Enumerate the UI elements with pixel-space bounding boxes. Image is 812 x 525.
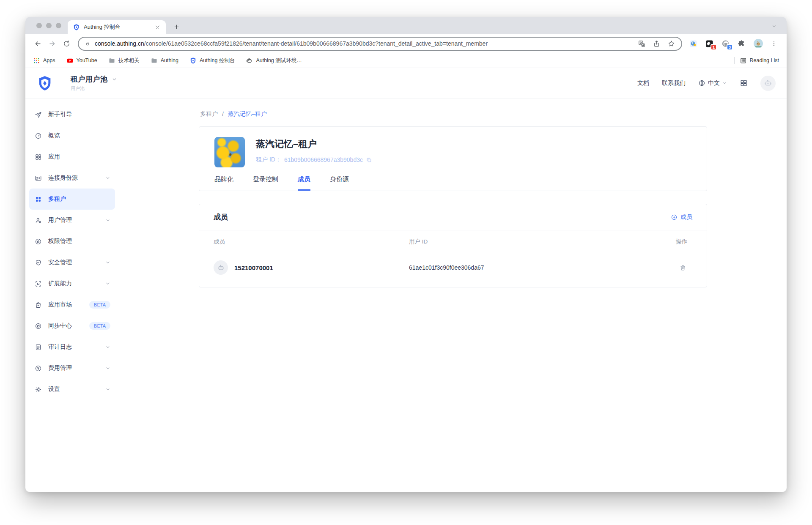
chevron-down-icon <box>722 81 727 85</box>
browser-tab[interactable]: Authing 控制台 <box>68 20 166 34</box>
copy-icon[interactable] <box>366 157 372 163</box>
delete-member-icon[interactable] <box>679 264 686 271</box>
sidebar-item-4[interactable]: 多租户 <box>29 189 115 210</box>
column-member: 成员 <box>214 238 409 246</box>
browser-window: Authing 控制台 console.authing.cn/console/6… <box>25 17 787 492</box>
forward-button[interactable] <box>45 36 59 51</box>
expand-icon <box>35 280 42 287</box>
new-tab-button[interactable] <box>171 21 182 32</box>
language-selector[interactable]: 中文 <box>698 79 727 87</box>
sidebar-item-10[interactable]: 同步中心BETA <box>29 315 115 336</box>
sidebar-item-11[interactable]: 审计日志 <box>29 336 115 358</box>
user-avatar[interactable] <box>760 76 776 91</box>
fee-icon <box>35 365 42 372</box>
share-icon[interactable] <box>653 40 661 48</box>
bookmark-item-1[interactable]: YouTube <box>66 57 97 64</box>
authing-shield-icon <box>189 57 197 64</box>
sidebar-item-label: 安全管理 <box>48 259 72 266</box>
sidebar: 新手引导概览应用连接身份源多租户用户管理权限管理安全管理扩展能力应用市场BETA… <box>25 98 119 492</box>
blocks-icon <box>35 196 42 203</box>
sidebar-item-label: 应用 <box>48 153 60 161</box>
tab-title: Authing 控制台 <box>84 23 151 31</box>
extension-badge: 3 <box>727 44 733 50</box>
sidebar-item-3[interactable]: 连接身份源 <box>29 167 115 189</box>
sidebar-item-1[interactable]: 概览 <box>29 125 115 146</box>
extension-colorful[interactable] <box>689 39 698 48</box>
column-actions: 操作 <box>661 238 692 246</box>
row-actions <box>661 264 692 271</box>
tab-close-icon[interactable] <box>154 24 161 30</box>
sidebar-item-0[interactable]: 新手引导 <box>29 104 115 125</box>
tenant-tab-3[interactable]: 身份源 <box>330 175 349 191</box>
tab-favicon-authing-icon <box>73 24 80 31</box>
youtube-icon <box>66 57 74 64</box>
kebab-icon <box>771 39 777 48</box>
table-row: 1521007000161ae1c01f3c90f0ee306da67 <box>214 253 692 282</box>
add-member-label: 成员 <box>680 213 692 221</box>
tenant-name: 蒸汽记忆–租户 <box>256 138 372 150</box>
sidebar-item-5[interactable]: 用户管理 <box>29 210 115 231</box>
reading-list-button[interactable]: Reading List <box>740 57 779 64</box>
sidebar-item-label: 应用市场 <box>48 301 72 309</box>
sidebar-item-6[interactable]: 权限管理 <box>29 231 115 252</box>
extension-dark[interactable]: 1 <box>705 39 714 48</box>
address-bar[interactable]: console.authing.cn/console/61ae0532ce68c… <box>78 37 682 51</box>
sidebar-item-7[interactable]: 安全管理 <box>29 252 115 273</box>
robot-icon <box>764 79 772 88</box>
bookmark-label: 技术相关 <box>118 57 140 64</box>
user-icon <box>35 217 42 224</box>
contact-link[interactable]: 联系我们 <box>662 79 686 87</box>
bookmark-item-0[interactable]: Apps <box>33 57 55 64</box>
sidebar-item-13[interactable]: 设置 <box>29 379 115 400</box>
sidebar-item-9[interactable]: 应用市场BETA <box>29 294 115 315</box>
bookmark-star-icon[interactable] <box>667 40 675 48</box>
bookmark-item-5[interactable]: Authing 测试环境… <box>246 57 302 64</box>
bookmark-item-3[interactable]: Authing <box>151 57 178 64</box>
tab-search-chevron-icon[interactable] <box>771 23 777 29</box>
sidebar-item-label: 连接身份源 <box>48 174 78 182</box>
browser-menu-button[interactable] <box>771 39 777 48</box>
docs-link[interactable]: 文档 <box>637 79 649 87</box>
breadcrumb-parent[interactable]: 多租户 <box>200 110 218 118</box>
language-label: 中文 <box>708 79 720 87</box>
gauge-icon <box>35 132 42 139</box>
browser-profile-avatar[interactable] <box>753 38 763 49</box>
authing-logo-icon <box>36 74 53 93</box>
bookmark-item-2[interactable]: 技术相关 <box>108 57 140 64</box>
tenant-tab-1[interactable]: 登录控制 <box>253 175 278 191</box>
extensions-puzzle[interactable] <box>737 39 746 48</box>
sidebar-item-label: 同步中心 <box>48 322 72 330</box>
log-icon <box>35 344 42 351</box>
tenant-id-value: 61b09b006668967a3b90bd3c <box>284 156 363 163</box>
add-member-button[interactable]: 成员 <box>671 213 692 221</box>
bookmark-label: Authing 控制台 <box>200 57 235 64</box>
sidebar-item-8[interactable]: 扩展能力 <box>29 273 115 294</box>
back-icon <box>34 40 42 48</box>
bookmark-label: YouTube <box>77 57 97 63</box>
window-minimize-button[interactable] <box>46 23 52 28</box>
apps-grid-button[interactable] <box>740 79 748 87</box>
authing-console: 租户用户池 用户池 文档 联系我们 中文 <box>25 68 787 492</box>
breadcrumb-current[interactable]: 蒸汽记忆–租户 <box>228 110 267 118</box>
tenant-tab-0[interactable]: 品牌化 <box>214 175 233 191</box>
tab-strip: Authing 控制台 <box>25 17 787 34</box>
bookmark-item-4[interactable]: Authing 控制台 <box>189 57 235 64</box>
extension-github[interactable]: 3 <box>721 39 730 48</box>
reload-button[interactable] <box>59 36 74 51</box>
tenant-tab-2[interactable]: 成员 <box>298 175 310 191</box>
sidebar-item-12[interactable]: 费用管理 <box>29 358 115 379</box>
window-close-button[interactable] <box>36 23 42 28</box>
idcard-icon <box>35 175 42 182</box>
workspace-switcher[interactable]: 租户用户池 用户池 <box>71 74 117 92</box>
sidebar-item-label: 权限管理 <box>48 238 72 245</box>
workspace-type: 用户池 <box>71 85 117 92</box>
lock-icon <box>85 41 91 46</box>
tenant-id-label: 租户 ID： <box>256 156 281 164</box>
member-name[interactable]: 15210070001 <box>234 264 273 271</box>
window-zoom-button[interactable] <box>56 23 61 28</box>
sync-icon <box>35 323 42 330</box>
back-button[interactable] <box>30 36 45 51</box>
sidebar-item-2[interactable]: 应用 <box>29 146 115 167</box>
translate-icon[interactable] <box>638 40 646 48</box>
chevron-down-icon <box>105 281 110 286</box>
